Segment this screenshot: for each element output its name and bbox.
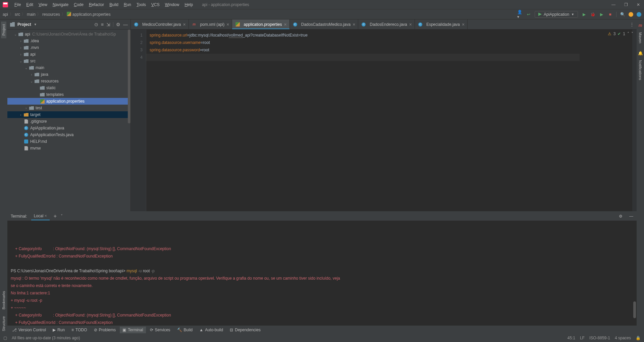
chevron-down-icon[interactable]: ˅	[61, 214, 63, 219]
close-tab-icon[interactable]: ×	[183, 22, 185, 27]
chevron-down-icon[interactable]: ▼	[34, 23, 37, 26]
expand-arrow-icon[interactable]: ›	[29, 73, 34, 76]
hide-icon[interactable]: —	[123, 22, 128, 27]
editor-tab-dadoscadastromedico-java[interactable]: CDadosCadastroMedico.java×	[290, 19, 359, 29]
new-terminal-button[interactable]: +	[54, 213, 57, 219]
tree-node-api[interactable]: ⌄apiC:\Users\Jonas\OneDrive\Área de Trab…	[7, 31, 130, 38]
bell-icon[interactable]: 🔔	[638, 51, 643, 56]
bottom-tab-run[interactable]: ▶Run	[50, 327, 67, 333]
menu-refactor[interactable]: Refactor	[87, 1, 106, 8]
menu-vcs[interactable]: VCS	[149, 1, 162, 8]
bottom-tab-problems[interactable]: ⊘Problems	[91, 327, 119, 333]
close-tab-icon[interactable]: ×	[284, 22, 287, 27]
bottom-tab-terminal[interactable]: ▣Terminal	[120, 327, 146, 333]
terminal-body[interactable]: + CategoryInfo : ObjectNotFound: (mysql:…	[7, 221, 637, 325]
ide-updates-icon[interactable]	[629, 12, 633, 17]
indent-info[interactable]: 4 spaces	[615, 336, 631, 340]
code-line[interactable]	[150, 54, 632, 61]
close-tab-icon[interactable]: ×	[462, 22, 465, 27]
tree-node-api[interactable]: ›api	[7, 51, 130, 58]
close-icon[interactable]: ×	[45, 214, 47, 218]
tree-node-apiapplication-java[interactable]: CApiApplication.java	[7, 125, 130, 131]
menu-edit[interactable]: Edit	[24, 1, 36, 8]
expand-arrow-icon[interactable]: ›	[18, 53, 23, 56]
menu-tools[interactable]: Tools	[134, 1, 148, 8]
expand-arrow-icon[interactable]: ⌄	[13, 33, 18, 36]
bookmarks-tool-tab[interactable]: Bookmarks	[1, 288, 6, 312]
maximize-button[interactable]: ❐	[623, 2, 629, 8]
bottom-tab-auto-build[interactable]: ▲Auto-build	[197, 327, 226, 333]
expand-arrow-icon[interactable]: ⌄	[29, 79, 34, 83]
tool-window-quick-access-icon[interactable]: ▢	[3, 336, 7, 340]
close-tab-icon[interactable]: ×	[226, 22, 229, 27]
collapse-all-icon[interactable]: ⇲	[106, 22, 110, 27]
close-tab-icon[interactable]: ×	[353, 22, 355, 27]
project-tree[interactable]: ⌄apiC:\Users\Jonas\OneDrive\Área de Trab…	[7, 30, 130, 211]
editor-tab-especialidade-java[interactable]: CEspecialidade.java×	[415, 19, 468, 29]
terminal-settings-icon[interactable]: ⚙	[619, 214, 623, 219]
project-tool-tab[interactable]: Project	[1, 21, 6, 38]
code-line[interactable]: spring.datasource.username=root	[150, 39, 632, 46]
menu-help[interactable]: Help	[182, 1, 195, 8]
tree-node--mvn[interactable]: ›.mvn	[7, 44, 130, 51]
expand-arrow-icon[interactable]: ›	[23, 106, 29, 110]
menu-window[interactable]: Window	[163, 1, 182, 8]
menu-view[interactable]: View	[36, 1, 50, 8]
back-arrow-icon[interactable]: ↩	[526, 12, 531, 17]
editor-tab-dadosendereco-java[interactable]: CDadosEndereco.java×	[358, 19, 415, 29]
run-button-icon[interactable]: ▶	[581, 12, 587, 17]
tree-node-apiapplicationtests-java[interactable]: CApiApplicationTests.java	[7, 131, 130, 138]
readonly-lock-icon[interactable]: 🔒	[636, 336, 641, 340]
ide-settings-icon[interactable]	[637, 12, 641, 17]
bottom-tab-todo[interactable]: ≡TODO	[69, 327, 90, 333]
tree-node-test[interactable]: ›test	[7, 105, 130, 111]
code-editor[interactable]: 1234 spring.datasource.url=jdbc:mysql://…	[131, 30, 637, 211]
users-icon[interactable]: 👤▾	[517, 12, 523, 17]
menu-file[interactable]: File	[12, 1, 23, 8]
settings-icon[interactable]: ⚙	[116, 22, 120, 27]
code-line[interactable]: spring.datasource.password=root	[150, 46, 632, 54]
tree-node--idea[interactable]: ›.idea	[7, 38, 130, 44]
tree-node-templates[interactable]: templates	[7, 91, 130, 98]
editor-minimap[interactable]	[632, 30, 637, 211]
line-separator[interactable]: LF	[580, 336, 585, 340]
breadcrumb-item[interactable]: main	[27, 12, 36, 17]
tabs-more-icon[interactable]: ⋮	[627, 19, 637, 29]
file-encoding[interactable]: ISO-8859-1	[589, 336, 610, 340]
breadcrumb-item[interactable]: application.properties	[72, 12, 111, 17]
bottom-tab-build[interactable]: 🔨Build	[174, 327, 196, 333]
expand-arrow-icon[interactable]: ›	[18, 46, 23, 50]
tree-node-target[interactable]: ›target	[7, 111, 130, 118]
expand-arrow-icon[interactable]: ›	[18, 113, 23, 117]
maven-tool-tab[interactable]: Maven	[638, 30, 643, 46]
editor-code[interactable]: spring.datasource.url=jdbc:mysql://local…	[146, 30, 632, 211]
breadcrumb-item[interactable]: src	[15, 12, 20, 17]
scrollbar-thumb[interactable]	[128, 30, 130, 123]
run-config-selector[interactable]: ApiApplication ▼	[535, 11, 578, 18]
editor-tab-pom-xml-api-[interactable]: mpom.xml (api)×	[189, 19, 232, 29]
expand-arrow-icon[interactable]: ⌄	[18, 59, 23, 63]
expand-arrow-icon[interactable]: ⌄	[23, 66, 29, 70]
tree-node-static[interactable]: static	[7, 84, 130, 91]
tree-node--gitignore[interactable]: .gitignore	[7, 118, 130, 125]
tree-node-java[interactable]: ›java	[7, 71, 130, 78]
menu-run[interactable]: Run	[121, 1, 133, 8]
stop-button-icon[interactable]: ■	[607, 12, 613, 17]
select-opened-icon[interactable]: ⊙	[94, 22, 98, 27]
debug-button-icon[interactable]: 🐞	[590, 12, 595, 17]
bottom-tab-services[interactable]: ⟳Services	[147, 327, 173, 333]
terminal-tab-local[interactable]: Local ×	[31, 212, 50, 220]
tree-node-application-properties[interactable]: application.properties	[7, 98, 130, 105]
expand-arrow-icon[interactable]: ›	[18, 39, 23, 43]
search-icon[interactable]: 🔍	[620, 12, 625, 17]
breadcrumb-item[interactable]: resources	[42, 12, 60, 17]
maven-icon[interactable]: m	[638, 23, 643, 28]
coverage-icon[interactable]: ▶	[599, 12, 604, 17]
hide-icon[interactable]: —	[629, 214, 633, 219]
caret-position[interactable]: 45:1	[568, 336, 575, 340]
tree-node-main[interactable]: ⌄main	[7, 64, 130, 71]
menu-build[interactable]: Build	[107, 1, 121, 8]
tree-node-src[interactable]: ⌄src	[7, 58, 130, 64]
menu-navigate[interactable]: Navigate	[50, 1, 71, 8]
code-line[interactable]: spring.datasource.url=jdbc:mysql://local…	[150, 32, 632, 39]
